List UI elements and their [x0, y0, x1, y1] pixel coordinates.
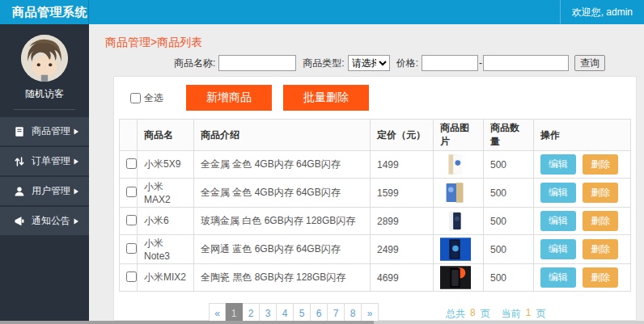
table-row: 小米Note3 全网通 蓝色 6GB内存 64GB闪存 2499 500 — [120, 235, 631, 264]
sidebar-divider — [14, 109, 75, 110]
chevron-right-icon — [73, 128, 79, 135]
announcement-icon — [14, 216, 25, 227]
app-title: 商品管理系统 — [0, 0, 89, 24]
column-header-actions: 操作 — [534, 120, 631, 151]
welcome-user[interactable]: 欢迎您, admin — [560, 0, 644, 24]
edit-button[interactable]: 编辑 — [540, 239, 576, 259]
sidebar-item-users[interactable]: 用户管理 — [0, 177, 89, 205]
horizontal-scrollbar[interactable] — [0, 321, 644, 324]
product-desc: 全金属 金色 4GB内存 64GB闪存 — [194, 151, 371, 179]
product-name: 小米MIX2 — [138, 264, 194, 292]
table-row: 小米6 玻璃金属 白色 6GB内存 128GB闪存 2899 500 — [120, 208, 631, 235]
column-header-image: 商品图片 — [434, 120, 484, 151]
product-image — [440, 153, 471, 176]
product-type-label: 商品类型: — [303, 57, 344, 70]
product-price: 1499 — [371, 151, 434, 179]
product-image — [440, 209, 471, 233]
price-max-input[interactable] — [483, 55, 569, 71]
product-name-input[interactable] — [218, 55, 296, 71]
product-price: 4699 — [371, 264, 434, 292]
row-checkbox[interactable] — [126, 271, 137, 282]
product-table: 商品名 商品介绍 定价（元） 商品图片 商品数量 操作 小米5X9 全金属 金色… — [119, 119, 631, 292]
delete-button[interactable]: 删除 — [583, 183, 618, 203]
edit-button[interactable]: 编辑 — [540, 211, 576, 231]
select-all-label: 全选 — [144, 91, 163, 105]
product-qty: 500 — [484, 151, 534, 179]
price-min-input[interactable] — [422, 55, 478, 71]
avatar-wrap: 随机访客 — [0, 24, 89, 110]
product-desc: 全陶瓷 黑色 8GB内存 128GB闪存 — [194, 264, 371, 292]
current-label: 当前 — [502, 307, 521, 321]
chevron-right-icon — [73, 218, 79, 225]
product-price: 2499 — [371, 235, 434, 264]
row-checkbox[interactable] — [126, 187, 137, 197]
breadcrumb: 商品管理>商品列表 — [105, 36, 202, 50]
product-name-label: 商品名称: — [174, 57, 215, 70]
query-button[interactable]: 查询 — [574, 55, 605, 71]
sidebar-username: 随机访客 — [0, 87, 89, 101]
total-pages-value: 8 — [470, 307, 476, 321]
top-header: 商品管理系统 欢迎您, admin — [0, 0, 644, 24]
product-price: 1599 — [371, 179, 434, 208]
product-qty: 500 — [484, 208, 534, 235]
column-header-desc: 商品介绍 — [194, 120, 371, 151]
table-row: 小米5X9 全金属 金色 4GB内存 64GB闪存 1499 500 — [120, 151, 631, 179]
column-header-name: 商品名 — [138, 120, 194, 151]
edit-button[interactable]: 编辑 — [540, 183, 576, 203]
sidebar-item-products[interactable]: 商品管理 — [0, 117, 89, 145]
sidebar-item-orders[interactable]: 订单管理 — [0, 147, 89, 175]
product-name: 小米Note3 — [138, 235, 194, 264]
checkbox-column-header — [120, 120, 138, 151]
sidebar-item-announcements[interactable]: 通知公告 — [0, 207, 89, 235]
total-label: 总共 — [446, 307, 465, 321]
product-image — [440, 238, 471, 261]
select-all-checkbox[interactable] — [130, 93, 141, 103]
sidebar: 随机访客 商品管理 订单管理 — [0, 24, 89, 321]
users-icon — [14, 186, 25, 197]
table-row: 小米MAX2 全金属 金色 4GB内存 64GB闪存 1599 500 — [120, 179, 631, 208]
filter-bar: 商品名称: 商品类型: 请选择 价格: - 查询 — [174, 54, 605, 72]
row-checkbox[interactable] — [126, 158, 137, 169]
column-header-price: 定价（元） — [371, 120, 434, 151]
chevron-right-icon — [73, 188, 79, 195]
product-icon — [14, 126, 25, 137]
sidebar-menu: 商品管理 订单管理 用户管理 — [0, 117, 89, 235]
product-desc: 全网通 蓝色 6GB内存 64GB闪存 — [194, 235, 371, 264]
toolbar: 全选 新增商品 批量删除 — [114, 77, 636, 119]
product-price: 2899 — [371, 208, 434, 235]
sidebar-item-label: 用户管理 — [32, 184, 73, 198]
price-range-dash: - — [479, 57, 482, 69]
current-unit: 页 — [536, 307, 545, 321]
product-image — [440, 266, 471, 289]
total-unit: 页 — [481, 307, 490, 321]
product-type-select[interactable]: 请选择 — [348, 55, 390, 71]
orders-icon — [14, 156, 25, 167]
price-label: 价格: — [396, 57, 418, 70]
column-header-qty: 商品数量 — [484, 120, 534, 151]
row-checkbox[interactable] — [126, 243, 137, 254]
add-product-button[interactable]: 新增商品 — [186, 85, 272, 111]
content-panel: 全选 新增商品 批量删除 商品名 商品介绍 定价（元） 商品图片 商品数量 — [113, 76, 637, 321]
product-name: 小米5X9 — [138, 151, 194, 179]
delete-button[interactable]: 删除 — [583, 267, 618, 288]
horizontal-scrollbar-thumb[interactable] — [0, 321, 374, 324]
product-name: 小米6 — [138, 208, 194, 235]
sidebar-item-label: 订单管理 — [32, 154, 73, 168]
pagination-summary: 总共 8 页 当前 1 页 — [446, 307, 545, 321]
product-image — [440, 181, 471, 204]
table-header-row: 商品名 商品介绍 定价（元） 商品图片 商品数量 操作 — [120, 120, 631, 151]
main-content: 商品管理>商品列表 商品名称: 商品类型: 请选择 价格: - 查询 全选 新增… — [89, 24, 644, 324]
edit-button[interactable]: 编辑 — [540, 154, 576, 175]
delete-button[interactable]: 删除 — [583, 211, 618, 231]
delete-button[interactable]: 删除 — [583, 239, 618, 259]
product-desc: 玻璃金属 白色 6GB内存 128GB闪存 — [194, 208, 371, 235]
avatar — [21, 35, 68, 82]
product-management-app: 商品管理系统 欢迎您, admin 随机访客 — [0, 0, 644, 324]
delete-button[interactable]: 删除 — [583, 154, 618, 175]
row-checkbox[interactable] — [126, 215, 137, 225]
sidebar-item-label: 通知公告 — [32, 214, 73, 228]
product-name: 小米MAX2 — [138, 179, 194, 208]
batch-delete-button[interactable]: 批量删除 — [283, 85, 369, 111]
sidebar-item-label: 商品管理 — [32, 124, 73, 138]
edit-button[interactable]: 编辑 — [540, 267, 576, 288]
